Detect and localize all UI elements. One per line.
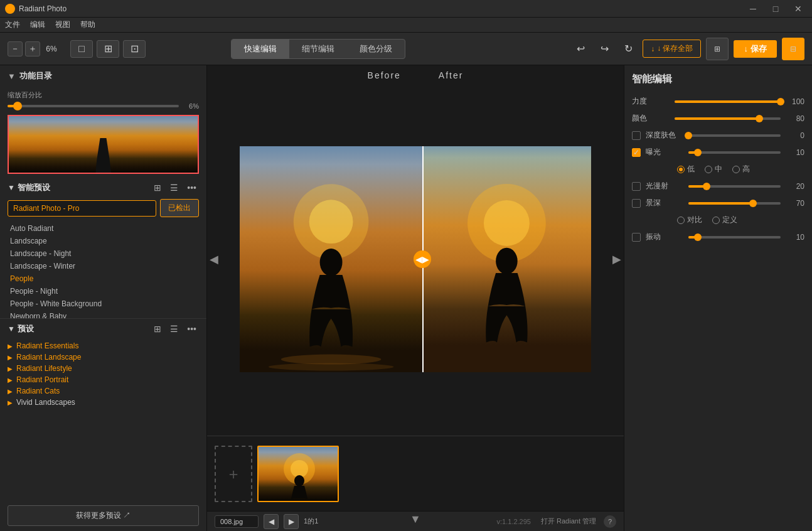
tab-quick-edit[interactable]: 快速编辑 [232,40,289,58]
dof-checkbox[interactable] [632,199,641,208]
preset-item[interactable]: Landscape - Winter [8,260,199,272]
right-collapse-button[interactable]: ▶ [612,252,621,266]
grid-toggle-button[interactable]: ⊞ [706,38,729,60]
open-radiant-button[interactable]: 打开 Radiant 管理 [541,517,596,526]
extra-button[interactable]: ⊟ [782,38,804,60]
presets-section-tools: ⊞ ☰ ••• [151,323,199,335]
dof-contrast-radio[interactable]: 对比 [677,215,702,225]
exposure-thumb[interactable] [694,149,702,156]
strength-slider[interactable] [675,100,781,103]
presets-section: ▼ 预设 ⊞ ☰ ••• ▶ Radiant Essentials ▶ Radi… [0,318,206,409]
dof-thumb[interactable] [749,200,757,207]
color-thumb[interactable] [756,115,763,122]
preset-item-people[interactable]: People [8,272,199,285]
save-label: 保存 [751,43,767,55]
group-arrow-icon: ▶ [8,354,13,361]
preset-item[interactable]: Landscape - Night [8,247,199,260]
left-collapse-button[interactable]: ◀ [210,252,218,266]
preset-item[interactable]: People - Night [8,285,199,298]
zoom-slider[interactable] [8,105,179,107]
filmstrip-thumbnail[interactable] [257,446,339,502]
function-directory-header[interactable]: ▼ 功能目录 [0,65,206,87]
next-button[interactable]: ▶ [284,514,299,529]
get-more-presets-button[interactable]: 获得更多预设 ↗ [8,505,199,526]
skin-depth-value: 0 [786,131,804,140]
menu-help[interactable]: 帮助 [80,19,95,30]
help-button[interactable]: ? [604,515,616,528]
more-icon[interactable]: ••• [184,181,199,194]
diffusion-slider[interactable] [688,185,781,188]
skin-depth-thumb[interactable] [685,132,692,139]
save-button[interactable]: ↓ 保存 [734,40,777,58]
vibrance-checkbox[interactable] [632,233,641,242]
zoom-out-button[interactable]: － [8,41,23,56]
dof-radio-row: 对比 定义 [677,215,804,225]
grid-view2-icon[interactable]: ⊞ [151,323,164,335]
menu-view[interactable]: 视图 [55,19,70,30]
exported-button[interactable]: 已检出 [160,199,199,217]
single-view-button[interactable]: □ [70,40,93,58]
dof-track [688,202,781,205]
preset-item[interactable]: Newborn & Baby [8,310,199,318]
preset-group-landscape[interactable]: ▶ Radiant Landscape [8,351,199,363]
tab-detail-edit[interactable]: 细节编辑 [289,40,347,58]
minimize-button[interactable]: ─ [744,3,762,15]
dof-define-radio[interactable]: 定义 [712,215,737,225]
radio-circle-define [712,217,720,224]
save-all-button[interactable]: ↓ ↓ 保存全部 [643,40,701,58]
dof-row: 景深 70 [632,198,804,208]
preset-group-essentials[interactable]: ▶ Radiant Essentials [8,340,199,351]
water-ripple1 [281,355,382,365]
diffusion-label: 光漫射 [646,181,683,191]
preset-group-lifestyle[interactable]: ▶ Radiant Lifestyle [8,363,199,374]
redo-button[interactable]: ↪ [595,40,614,58]
compare-view-button[interactable]: ⊡ [123,40,146,58]
maximize-button[interactable]: □ [767,3,784,15]
preset-item[interactable]: People - White Background [8,298,199,310]
diffusion-thumb[interactable] [703,183,710,190]
color-value: 80 [786,114,804,123]
group-label: Radiant Portrait [16,375,68,384]
add-image-button[interactable]: ＋ [215,446,252,502]
rotate-button[interactable]: ↻ [619,40,638,58]
undo-button[interactable]: ↩ [571,40,590,58]
vibrance-slider[interactable] [688,236,781,239]
close-button[interactable]: ✕ [789,3,807,15]
dof-slider[interactable] [688,202,781,205]
split-view-button[interactable]: ⊞ [97,40,119,58]
zoom-in-button[interactable]: ＋ [25,41,40,56]
preset-group-portrait[interactable]: ▶ Radiant Portrait [8,374,199,385]
zoom-thumb[interactable] [13,102,22,110]
smart-presets-header: ▼ 智能预设 ⊞ ☰ ••• [0,179,206,196]
exposure-slider[interactable] [688,151,781,154]
prev-button[interactable]: ◀ [264,514,279,529]
exposure-checkbox[interactable]: ✓ [632,148,641,157]
preset-group-cats[interactable]: ▶ Radiant Cats [8,385,199,397]
preset-item[interactable]: Landscape [8,235,199,247]
more2-icon[interactable]: ••• [184,323,199,335]
water-ripple2 [269,363,393,371]
color-slider[interactable] [675,117,781,120]
menu-file[interactable]: 文件 [5,19,20,30]
list-view2-icon[interactable]: ☰ [168,323,181,335]
preset-dropdown[interactable]: Radiant Photo - Pro [8,200,156,217]
vibrance-thumb[interactable] [694,233,702,241]
exposure-low-radio[interactable]: 低 [677,164,695,174]
exposure-high-radio[interactable]: 高 [732,164,750,174]
list-view-icon[interactable]: ☰ [168,181,181,194]
skin-depth-slider[interactable] [688,134,781,137]
filmstrip-collapse-button[interactable]: ▼ [410,513,421,526]
preset-item[interactable]: Auto Radiant [8,222,199,235]
menu-edit[interactable]: 编辑 [30,19,45,30]
tab-color-grade[interactable]: 颜色分级 [347,40,405,58]
preset-group-vivid[interactable]: ▶ Vivid Landscapes [8,397,199,408]
dof-label: 景深 [646,198,683,208]
preset-list: Auto Radiant Landscape Landscape - Night… [0,222,206,318]
diffusion-checkbox[interactable] [632,182,641,191]
exposure-mid-radio[interactable]: 中 [705,164,722,174]
strength-thumb[interactable] [777,98,784,105]
grid-view-icon[interactable]: ⊞ [151,181,164,194]
file-selector[interactable]: 008.jpg [215,515,259,528]
compare-handle[interactable]: ◀▶ [414,250,431,268]
skin-depth-checkbox[interactable] [632,131,641,140]
